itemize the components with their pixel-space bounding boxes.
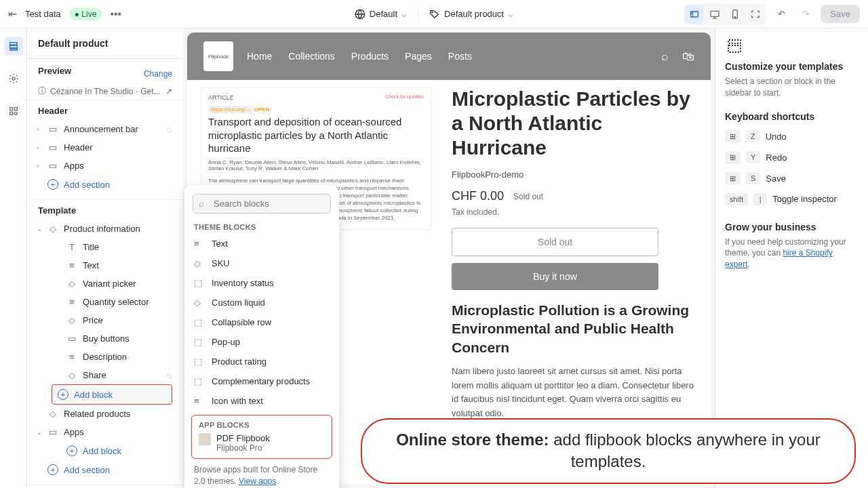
kb-redo: ⊞YRedo <box>725 147 859 168</box>
live-badge: ● Live <box>69 8 102 20</box>
product-vendor: FlipbookPro-demo <box>452 169 697 180</box>
item-product-info[interactable]: ⌄◇Product information <box>38 220 172 238</box>
preview-label: Preview <box>38 66 71 76</box>
undo-button[interactable]: ↶ <box>772 5 791 24</box>
block-title[interactable]: TTitle <box>57 238 172 256</box>
block-share[interactable]: ◇Share⦸ <box>57 366 172 384</box>
change-link[interactable]: Change <box>144 69 172 79</box>
search-input[interactable] <box>193 194 331 214</box>
sidebar: Default product Preview Change ⓘ Cézanne… <box>27 28 183 488</box>
svg-rect-6 <box>9 43 17 45</box>
svg-rect-15 <box>728 45 741 52</box>
item-apps-template[interactable]: ⌄▭Apps <box>38 423 172 441</box>
nav-posts[interactable]: Posts <box>448 51 472 62</box>
more-icon[interactable]: ••• <box>110 8 121 20</box>
block-price[interactable]: ◇Price <box>57 311 172 329</box>
nav-collections[interactable]: Collections <box>288 51 334 62</box>
kb-inspector: shift|Toggle inspector <box>725 189 859 209</box>
template-selector[interactable]: Default product⌵ <box>424 6 519 22</box>
hidden-icon: ⦸ <box>167 125 172 134</box>
block-desc[interactable]: ≡Description <box>57 348 172 366</box>
theme-liquid[interactable]: ◇Custom liquid <box>184 293 339 312</box>
svg-point-13 <box>14 112 17 115</box>
svg-rect-12 <box>9 112 12 115</box>
svg-rect-10 <box>9 108 12 110</box>
product-title: Microplastic Particles by a North Atlant… <box>452 87 697 160</box>
template-icon <box>725 38 744 54</box>
store-logo[interactable]: Flipbook <box>203 41 233 71</box>
hidden-icon: ⦸ <box>167 371 172 380</box>
product-desc: Nam libero justo laoreet sit amet cursus… <box>452 365 697 421</box>
product-price: CHF 0.00 <box>452 189 504 203</box>
save-button[interactable]: Save <box>821 5 860 23</box>
viewport-mobile[interactable] <box>726 5 745 24</box>
group-header: Header <box>38 106 172 116</box>
nav-products[interactable]: Products <box>351 51 389 62</box>
group-template: Template <box>38 205 172 216</box>
buy-button[interactable]: Buy it now <box>452 263 658 290</box>
svg-point-9 <box>12 77 15 80</box>
add-block-apps[interactable]: +Add block <box>57 441 172 460</box>
item-header[interactable]: ›▭Header <box>38 138 172 157</box>
block-variant[interactable]: ◇Variant picker <box>57 274 172 293</box>
exit-icon[interactable]: ⇤ <box>8 7 17 20</box>
rail-sections[interactable] <box>4 37 23 56</box>
add-section-template[interactable]: +Add section <box>38 460 172 479</box>
theme-popup[interactable]: ⬚Pop-up <box>184 332 339 352</box>
app-logo <box>199 433 211 445</box>
product-heading: Microplastic Pollution is a Growing Envi… <box>452 301 697 357</box>
viewport-desktop[interactable] <box>705 5 724 24</box>
svg-rect-14 <box>728 40 741 43</box>
svg-point-5 <box>735 16 736 17</box>
info-icon: ⓘ <box>38 85 46 97</box>
block-buy[interactable]: ▭Buy buttons <box>57 329 172 348</box>
globe-icon <box>355 9 366 20</box>
theme-inventory[interactable]: ⬚Inventory status <box>184 273 339 293</box>
nav-home[interactable]: Home <box>247 51 272 62</box>
soldout-button[interactable]: Sold out <box>452 228 658 256</box>
theme-complementary[interactable]: ⬚Complementary products <box>184 371 339 391</box>
view-selector[interactable]: Default⌵ <box>349 6 412 22</box>
block-quantity[interactable]: ≡Quantity selector <box>57 293 172 311</box>
theme-collapsible[interactable]: ⬚Collapsible row <box>184 312 339 332</box>
topbar: ⇤ Test data ● Live ••• Default⌵ Default … <box>0 0 868 28</box>
tag-icon <box>429 9 440 20</box>
viewport-full[interactable] <box>746 5 765 24</box>
svg-rect-8 <box>9 49 17 50</box>
item-apps-header[interactable]: ›▭Apps <box>38 157 172 175</box>
add-block-button[interactable]: +Add block <box>52 384 172 405</box>
page-title: Test data <box>25 9 61 19</box>
kb-undo: ⊞ZUndo <box>725 126 859 147</box>
redo-button[interactable]: ↷ <box>796 5 815 24</box>
cart-icon[interactable]: 🛍 <box>682 49 694 64</box>
left-rail <box>0 28 27 488</box>
kb-save: ⊞SSave <box>725 168 859 189</box>
theme-sku[interactable]: ◇SKU <box>184 253 339 273</box>
app-pdf-flipbook[interactable]: PDF FlipbookFlipbook Pro <box>196 430 328 455</box>
theme-text[interactable]: ≡Text <box>184 234 339 253</box>
rail-apps[interactable] <box>4 102 23 121</box>
search-icon: ⌕ <box>199 199 204 209</box>
item-related[interactable]: ◇Related products <box>38 405 172 423</box>
svg-rect-11 <box>14 108 17 110</box>
item-announcement[interactable]: ›▭Announcement bar⦸ <box>38 120 172 138</box>
rail-settings[interactable] <box>4 69 23 88</box>
svg-rect-3 <box>711 11 719 16</box>
annotation-callout: Online store theme: add flipbook blocks … <box>361 418 856 484</box>
preview-product[interactable]: ⓘ Cézanne In The Studio - Get... ↗ <box>38 85 172 97</box>
sidebar-title: Default product <box>27 28 183 59</box>
store-nav: Flipbook Home Collections Products Pages… <box>187 33 711 80</box>
viewport-group <box>684 3 766 25</box>
external-icon[interactable]: ↗ <box>165 87 172 96</box>
block-text[interactable]: ≡Text <box>57 256 172 274</box>
view-apps-link[interactable]: View apps <box>239 476 276 486</box>
viewport-auto[interactable] <box>685 5 704 24</box>
svg-point-1 <box>432 12 433 12</box>
add-section-header[interactable]: +Add section <box>38 175 172 194</box>
block-picker-popup: ⌕ THEME BLOCKS ≡Text ◇SKU ⬚Inventory sta… <box>184 186 339 488</box>
theme-rating[interactable]: ⬚Product rating <box>184 352 339 371</box>
search-icon[interactable]: ⌕ <box>661 49 669 64</box>
svg-rect-7 <box>9 45 17 47</box>
theme-icon-text[interactable]: ≡Icon with text <box>184 391 339 411</box>
nav-pages[interactable]: Pages <box>405 51 432 62</box>
